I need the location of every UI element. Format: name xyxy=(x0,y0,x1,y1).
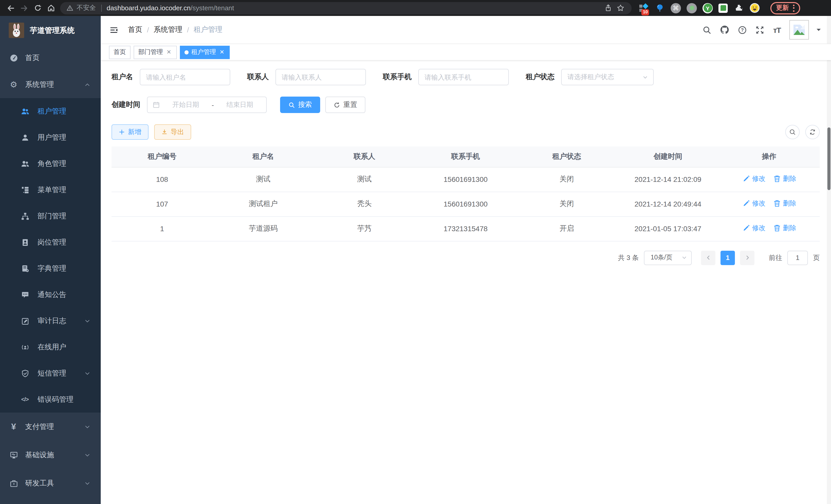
github-icon[interactable] xyxy=(720,25,729,34)
table-row: 108测试测试15601691300关闭2021-12-14 21:02:09修… xyxy=(112,167,820,191)
chevron-right-icon xyxy=(744,255,750,261)
sidebar-fold-icon[interactable] xyxy=(110,25,118,34)
home-icon[interactable] xyxy=(44,1,58,14)
shield-check-icon xyxy=(21,369,29,377)
sidebar-item-pay[interactable]: ¥支付管理 xyxy=(0,413,101,441)
goto-page-input[interactable] xyxy=(787,250,808,265)
sidebar-item-label: 支付管理 xyxy=(25,422,54,431)
table-tools xyxy=(785,125,820,139)
next-page-button[interactable] xyxy=(740,250,754,265)
back-icon[interactable] xyxy=(4,1,18,14)
forward-icon[interactable] xyxy=(18,1,31,14)
bookmark-star-icon[interactable] xyxy=(614,2,627,14)
cell-status: 关闭 xyxy=(516,167,618,191)
sidebar-item-home[interactable]: 首页 xyxy=(0,45,101,71)
create-time-label: 创建时间 xyxy=(112,100,140,110)
tag-部门管理[interactable]: 部门管理✕ xyxy=(134,46,177,59)
gauge-icon xyxy=(9,54,18,62)
prev-page-button[interactable] xyxy=(701,250,715,265)
sidebar-item-errcode[interactable]: </>错误码管理 xyxy=(0,386,101,413)
app-header: 首页/系统管理/租户管理 ? ᴛT xyxy=(101,16,831,44)
chevron-down-icon xyxy=(642,74,648,80)
chevron-left-icon xyxy=(705,255,711,261)
tag-首页[interactable]: 首页 xyxy=(109,46,131,59)
column-header: 租户编号 xyxy=(112,146,213,167)
sidebar-item-online[interactable]: 在线用户 xyxy=(0,334,101,360)
security-label: 不安全 xyxy=(77,4,96,12)
show-search-toggle-icon[interactable] xyxy=(785,125,800,139)
sidebar-item-system[interactable]: ⚙系统管理 xyxy=(0,71,101,98)
sidebar-item-audit[interactable]: 审计日志 xyxy=(0,308,101,334)
edit-link[interactable]: 修改 xyxy=(742,199,766,208)
close-icon[interactable]: ✕ xyxy=(166,49,172,56)
extension-grid-icon[interactable]: 10 xyxy=(639,3,649,13)
active-tag-dot xyxy=(184,50,189,54)
share-icon[interactable] xyxy=(602,2,614,14)
hangouts-extension-icon[interactable] xyxy=(718,3,728,12)
fullscreen-icon[interactable] xyxy=(756,25,765,34)
recorder-extension-icon[interactable] xyxy=(687,3,697,13)
site-security-chip[interactable]: 不安全 xyxy=(66,4,96,12)
pagination-total: 共 3 条 xyxy=(618,253,639,262)
search-button[interactable]: 搜索 xyxy=(280,97,320,113)
add-button[interactable]: 新增 xyxy=(112,124,148,140)
search-icon[interactable] xyxy=(703,25,712,34)
delete-link[interactable]: 删除 xyxy=(773,224,796,233)
profile-emoji-icon[interactable] xyxy=(749,3,760,13)
monitor-icon xyxy=(9,451,18,459)
sidebar-item-post[interactable]: 岗位管理 xyxy=(0,229,101,255)
tenant-name-input[interactable] xyxy=(140,69,230,85)
edit-link[interactable]: 修改 xyxy=(742,224,766,233)
reload-icon[interactable] xyxy=(31,1,44,14)
export-button[interactable]: 导出 xyxy=(154,124,191,140)
sidebar-item-infra[interactable]: 基础设施 xyxy=(0,441,101,469)
mobile-input[interactable] xyxy=(418,69,509,85)
sidebar-item-tenant[interactable]: 租户管理 xyxy=(0,98,101,124)
font-size-icon[interactable]: ᴛT xyxy=(773,25,781,34)
sidebar-item-notice[interactable]: 通知公告 xyxy=(0,281,101,308)
extensions-puzzle-icon[interactable] xyxy=(733,3,744,13)
sidebar-item-menu[interactable]: 菜单管理 xyxy=(0,177,101,203)
sidebar-item-dict[interactable]: 字典管理 xyxy=(0,255,101,281)
browser-update-button[interactable]: 更新 xyxy=(770,2,800,14)
menu-tree-icon xyxy=(21,186,29,194)
sidebar-item-devtool[interactable]: 研发工具 xyxy=(0,469,101,497)
browser-menu-icon[interactable] xyxy=(793,4,795,11)
sidebar-item-label: 研发工具 xyxy=(25,479,54,488)
delete-link[interactable]: 删除 xyxy=(773,199,796,208)
breadcrumb-item[interactable]: 系统管理 xyxy=(154,25,182,34)
balloon-extension-icon[interactable] xyxy=(655,3,665,13)
address-bar[interactable]: 不安全 dashboard.yudao.iocoder.cn/system/te… xyxy=(60,2,632,14)
refresh-table-icon[interactable] xyxy=(805,125,820,139)
close-icon[interactable]: ✕ xyxy=(219,49,225,56)
sidebar-item-dept[interactable]: 部门管理 xyxy=(0,203,101,229)
create-time-range-picker[interactable]: 开始日期 - 结束日期 xyxy=(147,97,267,113)
app-logo-row[interactable]: 芋道管理系统 xyxy=(0,16,101,45)
url-host: dashboard.yudao.iocoder.cn xyxy=(107,4,191,12)
tag-租户管理[interactable]: 租户管理✕ xyxy=(180,46,230,59)
cell-contact: 测试 xyxy=(314,167,415,191)
edit-link[interactable]: 修改 xyxy=(742,174,766,183)
y-green-extension-icon[interactable]: Y xyxy=(703,3,713,13)
command-extension-icon[interactable]: ⌘ xyxy=(671,3,681,13)
extension-badge: 10 xyxy=(641,9,649,15)
avatar[interactable] xyxy=(790,20,809,39)
help-icon[interactable]: ? xyxy=(738,25,747,34)
tag-label: 部门管理 xyxy=(138,48,163,57)
scrollbar-thumb[interactable] xyxy=(827,127,830,190)
sidebar-item-role[interactable]: 角色管理 xyxy=(0,151,101,177)
org-chart-icon xyxy=(21,212,29,220)
caret-down-icon[interactable] xyxy=(815,27,822,33)
audit-log-icon xyxy=(21,317,29,325)
code-icon: </> xyxy=(21,396,29,402)
status-select[interactable]: 请选择租户状态 xyxy=(561,69,654,85)
page-size-select[interactable]: 10条/页 xyxy=(644,250,692,265)
sidebar-item-user[interactable]: 用户管理 xyxy=(0,124,101,151)
delete-link[interactable]: 删除 xyxy=(773,174,796,183)
page-number-1[interactable]: 1 xyxy=(720,250,735,265)
header-actions: ? ᴛT xyxy=(703,20,822,39)
contact-input[interactable] xyxy=(276,69,366,85)
reset-button[interactable]: 重置 xyxy=(325,97,365,113)
sidebar-item-sms[interactable]: 短信管理 xyxy=(0,360,101,386)
breadcrumb-item[interactable]: 首页 xyxy=(128,25,142,34)
